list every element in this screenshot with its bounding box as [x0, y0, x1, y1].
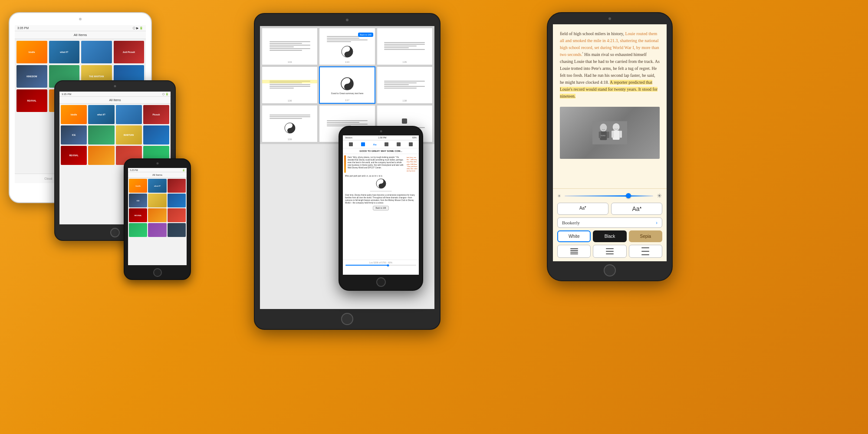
font-increase-button[interactable]: Aa▴: [611, 203, 662, 215]
share-icon[interactable]: [397, 142, 401, 146]
book-cover[interactable]: [81, 41, 112, 63]
theme-white-button[interactable]: White: [557, 230, 591, 242]
spacing-row: [557, 245, 662, 258]
status-bar: Verizon 1:58 PM 83%: [343, 135, 419, 140]
reading-image: TORO: [560, 107, 660, 159]
page-thumbnail[interactable]: 136: [262, 66, 318, 104]
brightness-row: ☀ ☀: [557, 192, 662, 199]
book-cover[interactable]: [116, 105, 142, 124]
book-cover[interactable]: Picoult: [143, 105, 169, 124]
book-cover[interactable]: [88, 146, 114, 165]
book-cover[interactable]: [148, 223, 166, 237]
menu-icon[interactable]: [349, 142, 353, 146]
book-cover[interactable]: REVIVAL: [16, 89, 47, 112]
book-cover[interactable]: REVIVAL: [129, 208, 147, 222]
theme-sepia-button[interactable]: Sepia: [629, 230, 662, 242]
svg-rect-19: [612, 131, 614, 138]
page-thumbnail[interactable]: 133: [262, 28, 318, 65]
spacing-compact-button[interactable]: [557, 245, 591, 258]
home-button[interactable]: [604, 264, 616, 276]
book-cover[interactable]: [168, 223, 186, 237]
pages-icon[interactable]: [385, 142, 388, 146]
svg-point-10: [380, 181, 382, 182]
svg-point-2: [346, 53, 348, 56]
home-button[interactable]: [341, 313, 353, 325]
brightness-slider[interactable]: [565, 195, 653, 197]
book-grid-medium: kindle what if? Picoult ICE MARTIAN REVI…: [59, 104, 171, 166]
book-cover[interactable]: kindle: [61, 105, 87, 124]
book-cover[interactable]: ICE: [61, 125, 87, 145]
status-bar: 3:35 PM ⬡ 🔋: [59, 92, 171, 97]
book-cover[interactable]: MARTIAN: [116, 125, 142, 145]
status-icons: ⬡ 🔋: [162, 92, 168, 95]
book-cover[interactable]: [168, 208, 186, 222]
svg-point-8: [289, 130, 290, 132]
font-selector-row[interactable]: Bookerly ›: [557, 217, 662, 228]
book-cover[interactable]: [143, 125, 169, 145]
toolbar-title: All Items: [152, 174, 162, 176]
brightness-low-icon: ☀: [557, 194, 561, 198]
font-decrease-button[interactable]: Aa▾: [557, 203, 608, 215]
camera-dot: [156, 162, 158, 164]
theme-black-button[interactable]: Black: [593, 230, 626, 242]
book-cover[interactable]: [168, 179, 186, 193]
brightness-thumb[interactable]: [626, 193, 631, 198]
book-cover[interactable]: kindle: [129, 179, 147, 193]
progress-dot: [387, 264, 389, 266]
page-thumbnail-active[interactable]: Good to Great summary text here 137: [319, 66, 375, 104]
page-number: 139: [288, 138, 292, 141]
svg-point-7: [289, 125, 290, 126]
camera-dot: [380, 130, 382, 132]
section-left: 3:35 PM ⬡ ▶ 🔋 All Items kindle what if? …: [0, 0, 247, 434]
book-cover[interactable]: ICE: [129, 194, 147, 207]
page-thumbnail[interactable]: 139: [262, 105, 318, 142]
page-number: 133: [288, 61, 292, 63]
spacing-loose-button[interactable]: [629, 245, 662, 258]
spacing-medium-button[interactable]: [593, 245, 626, 258]
book-cover[interactable]: kindle: [16, 41, 47, 63]
camera-dot: [114, 85, 116, 87]
book-cover[interactable]: [88, 125, 114, 145]
iphone-small-left: 5:25 PM 🔋 All Items kindle what if? ICE …: [124, 158, 191, 280]
book-grid-small: kindle what if? ICE REVIVAL: [128, 178, 187, 238]
home-button[interactable]: [376, 277, 386, 287]
book-cover[interactable]: what if?: [49, 41, 80, 63]
aa-button[interactable]: Aa: [373, 143, 377, 146]
progress-bar-fill: [345, 265, 388, 266]
svg-point-11: [380, 185, 382, 187]
book-cover[interactable]: REVIVAL: [61, 146, 87, 165]
page-number: 135: [402, 61, 407, 63]
home-button[interactable]: [110, 228, 120, 237]
book-cover[interactable]: [168, 194, 186, 207]
font-size-row: Aa▾ Aa▴: [557, 203, 662, 215]
status-time: 3:35 PM: [17, 26, 29, 30]
font-icon[interactable]: [361, 142, 365, 146]
page-thumbnail[interactable]: Back to 188: [319, 28, 375, 65]
page-thumbnail[interactable]: 138: [377, 66, 433, 104]
carrier: Verizon: [345, 136, 352, 139]
status-time: 5:25 PM: [130, 169, 138, 171]
section-right: field of high school milers in history, …: [490, 0, 868, 434]
back-button[interactable]: Back to 199: [373, 206, 389, 210]
progress-bar-track[interactable]: [345, 265, 416, 266]
camera-dot: [346, 19, 349, 21]
book-cover[interactable]: what if?: [148, 179, 166, 193]
book-cover[interactable]: [148, 194, 166, 207]
camera-dot: [608, 17, 611, 20]
tab-cloud[interactable]: Cloud: [44, 177, 52, 180]
book-cover[interactable]: [148, 208, 166, 222]
book-cover[interactable]: [129, 223, 147, 237]
home-button[interactable]: [153, 268, 162, 277]
iphone-reading-screen: Verizon 1:58 PM 83% Aa GOOD TO GREAT: WH…: [343, 135, 419, 275]
section-middle: 133 Back to 188: [245, 0, 488, 434]
book-cover[interactable]: KINGDOM: [16, 65, 47, 88]
page-thumbnail[interactable]: 135: [377, 28, 433, 65]
book-cover[interactable]: Jodi Picoult: [114, 41, 145, 63]
camera-dot: [79, 18, 82, 20]
font-small-label: Aa: [579, 206, 585, 210]
reading-text-right: test tion, rec the " stilli ney ney This…: [406, 155, 419, 173]
toolbar: All Items: [15, 31, 146, 39]
bookmark-icon[interactable]: [409, 142, 413, 146]
status-icons: ⬡ ▶ 🔋: [133, 26, 143, 30]
book-cover[interactable]: what if?: [88, 105, 114, 124]
